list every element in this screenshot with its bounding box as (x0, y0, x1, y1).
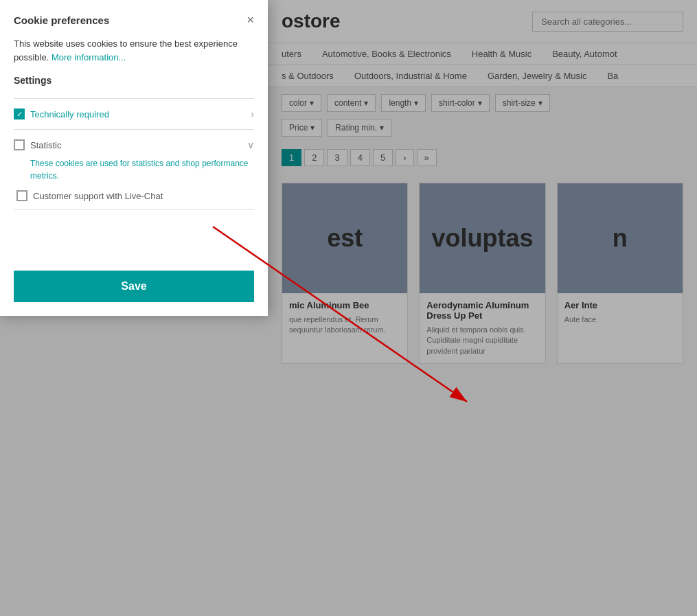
statistic-checkbox[interactable] (14, 139, 25, 150)
settings-divider (14, 98, 254, 99)
modal-title: Cookie preferences (14, 14, 109, 26)
more-info-link[interactable]: More information... (52, 52, 126, 62)
technically-required-label: Technically required (30, 109, 109, 119)
modal-description: This website uses cookies to ensure the … (14, 37, 254, 64)
statistic-section: Statistic ∨ These cookies are used for s… (14, 135, 254, 204)
save-button[interactable]: Save (14, 271, 254, 302)
statistic-header: Statistic ∨ (14, 135, 254, 155)
technically-required-chevron[interactable]: › (251, 109, 254, 119)
cookie-modal: Cookie preferences × This website uses c… (0, 0, 268, 316)
live-chat-checkbox[interactable] (16, 190, 27, 201)
settings-label: Settings (14, 75, 254, 86)
statistic-left: Statistic (14, 139, 62, 150)
technically-required-checkbox[interactable] (14, 109, 25, 119)
live-chat-label: Customer support with Live-Chat (33, 191, 163, 201)
technically-required-divider (14, 129, 254, 130)
statistic-divider (14, 209, 254, 210)
live-chat-setting: Customer support with Live-Chat (14, 187, 254, 204)
technically-required-left: Technically required (14, 109, 109, 119)
statistic-label: Statistic (30, 140, 62, 150)
statistic-description: These cookies are used for statistics an… (14, 155, 254, 187)
technically-required-item: Technically required › (14, 104, 254, 124)
modal-header: Cookie preferences × (14, 14, 254, 26)
statistic-chevron[interactable]: ∨ (247, 139, 254, 150)
modal-close-button[interactable]: × (247, 14, 254, 26)
